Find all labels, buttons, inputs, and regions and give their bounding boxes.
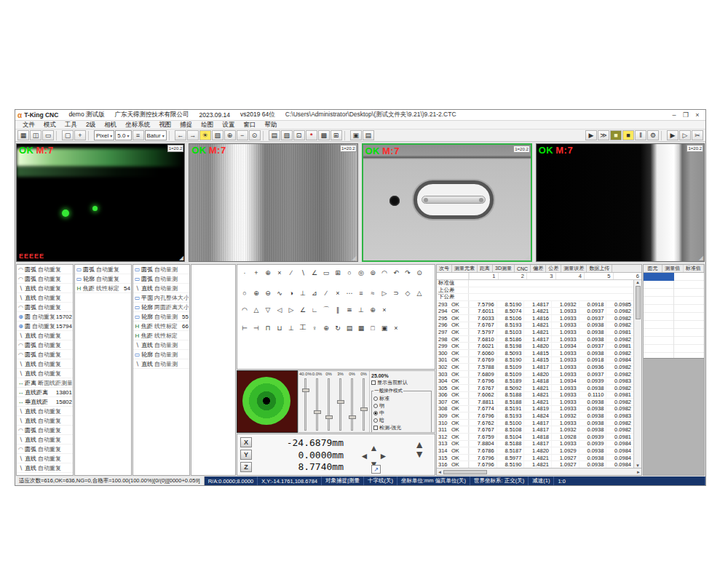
palette-tool-icon[interactable]: ⊿	[309, 287, 320, 298]
chip-button[interactable]: ▩	[318, 130, 330, 140]
table-row[interactable]: 305OK7.67678.50921.48211.09330.09380.098…	[437, 385, 633, 392]
checkbox-检测-强光[interactable]: 检测-强光	[373, 424, 430, 431]
camera-resize-handle[interactable]: ◢	[699, 255, 703, 261]
palette-tool-icon[interactable]: ◎	[355, 267, 367, 278]
table-tab-测量元素[interactable]: 测量元素	[452, 265, 478, 272]
batur-combo[interactable]: Batur▾	[145, 130, 167, 140]
measure-item[interactable]: ∖直线自动重复	[17, 369, 73, 378]
measure-item[interactable]: ▭圆弧自动量测	[133, 265, 189, 274]
palette-tool-icon[interactable]: ⊢	[239, 322, 250, 333]
palette-tool-icon[interactable]: ⊥	[355, 304, 367, 315]
table-horizontal-scrollbar[interactable]: ◄ ►	[437, 468, 641, 475]
table-row-标准值[interactable]: 标准值	[437, 280, 633, 287]
palette-tool-icon[interactable]: ◇	[402, 287, 414, 298]
menu-item-设置[interactable]: 设置	[218, 121, 239, 129]
palette-tool-icon[interactable]: ▦	[355, 322, 367, 333]
frame-button[interactable]: ⊡	[293, 130, 305, 140]
palette-tool-icon[interactable]: □	[367, 322, 379, 333]
slider-thumb[interactable]	[360, 407, 368, 411]
light-slider[interactable]	[304, 378, 306, 431]
table-row[interactable]: 312OK7.67598.51041.48181.09280.09390.098…	[437, 434, 633, 441]
table-vertical-scrollbar[interactable]: ▲ ▼	[633, 280, 641, 468]
menu-item-捕捉[interactable]: 捕捉	[175, 121, 197, 129]
radio-标准[interactable]: 标准	[373, 395, 430, 402]
measure-item[interactable]: ∖直线自动重复	[17, 331, 73, 340]
table-row[interactable]: 301OK7.67698.51901.48151.09330.09180.098…	[437, 357, 633, 364]
palette-tool-icon[interactable]: ⊕	[250, 287, 262, 298]
measure-item[interactable]: ▭轮廓自动量测	[133, 350, 189, 359]
run-all-button[interactable]: ≫	[598, 130, 609, 140]
table-row[interactable]: 298OK7.68108.51861.48171.09330.09380.098…	[437, 336, 633, 343]
measure-item[interactable]: H焦距线性标定54	[75, 284, 131, 293]
camera-resize-handle[interactable]: ◢	[526, 255, 530, 260]
checkbox-自动曝光[interactable]: 自动曝光	[373, 431, 430, 432]
move-left-icon[interactable]: ◄	[360, 453, 369, 461]
measure-list-panel-4[interactable]	[191, 264, 236, 476]
menu-item-绘图[interactable]: 绘图	[197, 121, 218, 129]
measure-item[interactable]: ⊕圆自动重复15702	[17, 312, 73, 322]
palette-tool-icon[interactable]: ·	[239, 267, 250, 278]
flag-button[interactable]: ■	[622, 130, 634, 140]
pause-button[interactable]: ‖	[635, 130, 646, 140]
measure-item[interactable]: ∖直线自动重复	[17, 407, 73, 416]
light-slider[interactable]	[339, 378, 341, 431]
layout-grid-button[interactable]: ▦	[17, 130, 29, 140]
measure-item[interactable]: ∖直线自动重复	[17, 416, 73, 426]
diagonal-move-button[interactable]: ↗	[371, 465, 381, 474]
menu-item-相机[interactable]: 相机	[100, 121, 121, 129]
apply-default-checkbox[interactable]: 显示当前默认	[371, 379, 432, 386]
measure-item[interactable]: ∖直线自动重复	[17, 359, 73, 369]
measure-item[interactable]: ∖直线自动重复	[17, 454, 73, 463]
table-row[interactable]: 296OK7.67678.51931.48211.09330.09380.098…	[437, 322, 633, 330]
palette-tool-icon[interactable]: ◠	[239, 304, 250, 315]
play3-button[interactable]: ▷	[679, 130, 691, 140]
hscroll-thumb[interactable]	[443, 470, 487, 474]
menu-item-文件[interactable]: 文件	[18, 121, 39, 129]
slider-thumb[interactable]	[337, 400, 344, 404]
scroll-up-icon[interactable]: ▲	[636, 280, 640, 284]
camera-view-2[interactable]: OKM:71=20.2◢	[189, 143, 357, 262]
menu-item-2级[interactable]: 2级	[82, 121, 100, 129]
palette-tool-icon[interactable]: ▷	[285, 304, 297, 315]
palette-tool-icon[interactable]: ⊚	[367, 267, 379, 278]
measure-item[interactable]: ▭圆弧自动重复	[75, 265, 131, 274]
palette-tool-icon[interactable]: ⌒	[320, 304, 332, 315]
measure-item[interactable]: ▭轮廓自动重复	[75, 274, 131, 284]
palette-tool-icon[interactable]: ⊖	[262, 287, 274, 298]
measure-list-panel-3[interactable]: ▭圆弧自动量测▭圆弧自动量测∖直线自动量测▭平面内孔整体大小▭轮廓两圆距离大小▭…	[132, 264, 190, 476]
palette-tool-icon[interactable]: ◠	[379, 267, 390, 278]
measure-item[interactable]: ∖直线自动量测	[133, 284, 189, 293]
palette-tool-icon[interactable]: ⊔	[274, 322, 285, 333]
camera-view-1[interactable]: OKM:71=20.2EEEEE◢	[16, 143, 185, 262]
palette-tool-icon[interactable]: ⊥	[297, 287, 309, 298]
measure-item[interactable]: ◠圆弧自动重复	[17, 303, 73, 312]
measure-item[interactable]: H焦距线性标定	[133, 331, 189, 340]
table-row[interactable]: 315OK7.67968.59771.48211.09270.09380.098…	[437, 455, 633, 462]
measure-item[interactable]: ∖直线自动重复	[17, 293, 73, 303]
camera-resize-handle[interactable]: ◢	[352, 255, 356, 261]
radio-中[interactable]: 中	[373, 410, 430, 417]
palette-tool-icon[interactable]: ⊓	[262, 322, 274, 333]
measure-item[interactable]: ▭平面内孔整体大小	[133, 293, 189, 303]
table-row[interactable]: 308OK7.67748.51911.48191.09330.09380.098…	[437, 406, 633, 413]
table-tab-CNC[interactable]: CNC	[515, 265, 531, 272]
palette-tool-icon[interactable]: 工	[297, 322, 309, 333]
palette-tool-icon[interactable]: ×	[332, 287, 344, 298]
settings-button[interactable]: ⚙	[647, 130, 659, 140]
measure-item[interactable]: ∖直线自动重复	[17, 435, 73, 445]
camera-resize-handle[interactable]: ◢	[179, 255, 183, 261]
palette-tool-icon[interactable]: ∠	[297, 304, 309, 315]
select-button[interactable]: ▢	[62, 130, 74, 140]
pattern-button[interactable]: ▨	[281, 130, 293, 140]
menu-item-模式[interactable]: 模式	[39, 121, 60, 129]
camera-view-3[interactable]: OKM:71=20.2◢	[362, 143, 532, 262]
palette-tool-icon[interactable]: ⊃	[390, 287, 402, 298]
pan-button[interactable]: +	[74, 130, 86, 140]
overlay-button[interactable]: ▧	[212, 130, 223, 140]
measure-item[interactable]: ▭圆弧自动量测	[133, 274, 189, 284]
palette-tool-icon[interactable]: ⊙	[414, 267, 425, 278]
menu-item-帮助[interactable]: 帮助	[260, 121, 281, 129]
measure-item[interactable]: H焦距线性标定66	[133, 322, 189, 331]
cut-button[interactable]: ✂	[692, 130, 703, 140]
table-row[interactable]: 307OK7.88118.51881.48211.09330.09380.098…	[437, 399, 633, 406]
